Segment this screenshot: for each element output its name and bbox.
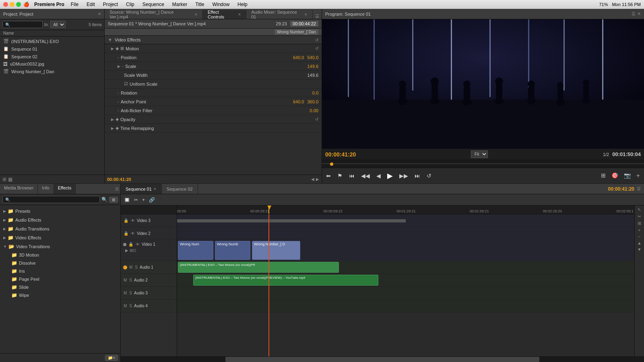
menu-sequence[interactable]: Sequence <box>141 2 166 7</box>
track-v3-content[interactable] <box>177 214 634 227</box>
tl-zoom-tool[interactable]: ⊞ <box>638 221 641 226</box>
position-x[interactable]: 640.0 <box>293 55 304 60</box>
mc-step-back2[interactable]: ◀ <box>375 172 382 180</box>
video-effects-header[interactable]: ▼ Video Effects ↺ <box>105 36 322 44</box>
source-tab-close[interactable]: ✕ <box>194 12 198 16</box>
timeline-tab-seq02[interactable]: Sequence 02 <box>162 184 198 194</box>
a4-solo[interactable]: S <box>129 303 132 309</box>
ec-tab-close[interactable]: ✕ <box>238 12 241 16</box>
mc-step-fwd[interactable]: ▶▶ <box>398 172 410 180</box>
panel-bottom-icon[interactable]: ⊞ <box>2 177 6 182</box>
maximize-btn[interactable] <box>16 2 21 7</box>
mc-add[interactable]: + <box>635 171 642 180</box>
project-item[interactable]: 🎬 (INSTRUMENTAL) EXO <box>0 37 104 45</box>
scale-value[interactable]: 149.6 <box>307 64 318 69</box>
mc-play-btn[interactable]: ▶ <box>386 171 394 181</box>
tl-link-btn[interactable]: 🔗 <box>148 196 156 204</box>
apple-menu[interactable]: 🍎 <box>23 2 29 7</box>
effects-tab[interactable]: Effects <box>54 184 76 194</box>
anchor-point-row[interactable]: ◦ Anchor Point 640.0 360.0 <box>105 97 322 106</box>
project-item[interactable]: 📋 Sequence 02 <box>0 53 104 60</box>
rotation-row[interactable]: ◦ Rotation 0.0 <box>105 88 322 97</box>
ec-reset-icon[interactable]: ↺ <box>315 38 318 42</box>
ec-scroll-left[interactable]: ◀ <box>311 177 314 181</box>
tl-select-tool[interactable]: ↖ <box>638 207 641 212</box>
mc-next-frame[interactable]: ⏭ <box>413 172 422 180</box>
tl-add-clip-btn[interactable]: + <box>141 196 146 204</box>
in-select[interactable]: All <box>50 21 66 28</box>
a3-mute[interactable]: M <box>123 290 127 296</box>
menu-window[interactable]: Window <box>211 2 231 7</box>
presets-category[interactable]: ▶ 📁 Presets <box>0 207 120 216</box>
project-panel-close[interactable]: ✕ <box>98 12 101 16</box>
media-browser-tab[interactable]: Media Browser <box>0 184 38 194</box>
a4-mute[interactable]: M <box>123 303 127 309</box>
menu-marker[interactable]: Marker <box>171 2 189 7</box>
wipe-item[interactable]: 📁 Wipe <box>0 291 120 299</box>
track-a1-content[interactable]: (INSTRUMENTAL) EXO – Two Moons (no vocal… <box>177 261 634 274</box>
audio-transitions-category[interactable]: ▶ 📁 Audio Transitions <box>0 224 120 233</box>
monitor-menu-btn[interactable]: ☰ <box>632 11 636 16</box>
menu-file[interactable]: File <box>69 2 80 7</box>
source-tab[interactable]: Source: Wrong Number_[ Dance Ver.].mp4 ✕ <box>105 10 203 19</box>
anchor-x[interactable]: 640.0 <box>293 99 304 104</box>
tl-zoom-in[interactable]: + <box>638 228 640 232</box>
iris-item[interactable]: 📁 Iris <box>0 267 120 275</box>
timeline-tab-seq01[interactable]: Sequence 01 ✕ <box>121 184 162 194</box>
motion-expand[interactable]: ▶ <box>111 47 114 51</box>
effects-panel-menu[interactable]: ☰ <box>115 187 119 191</box>
dissolve-item[interactable]: 📁 Dissolve <box>0 259 120 267</box>
video-transitions-category[interactable]: ▼ 📂 Video Transitions 📁 3D Motion 📁 Diss… <box>0 242 120 299</box>
mc-safe-margins[interactable]: ⊞ <box>599 171 607 180</box>
clip-wrong-num-2[interactable]: Wrong Numb <box>215 241 250 260</box>
a2-solo[interactable]: S <box>129 278 132 283</box>
track-v2-content[interactable] <box>177 227 634 240</box>
audio-mixer-tab[interactable]: Audio Mixer: Sequence 01 ✕ <box>246 10 313 19</box>
track-a2-content[interactable]: (INSTRUMENTAL) EXO – Two Moons (no vocal… <box>177 274 634 287</box>
menu-project[interactable]: Project <box>101 2 120 7</box>
mc-in-btn[interactable]: ⬅ <box>324 172 332 180</box>
mc-prev-frame[interactable]: ◀◀ <box>359 172 372 180</box>
timeline-scrollbar[interactable] <box>121 356 644 362</box>
v3-lock[interactable]: 🔒 <box>123 218 129 223</box>
new-bin-btn[interactable]: ⊞ <box>109 197 118 203</box>
new-bin-bottom-btn[interactable]: 📁+ <box>105 355 118 361</box>
track-a3-content[interactable] <box>177 287 634 300</box>
audio-effects-category[interactable]: ▶ 📁 Audio Effects <box>0 216 120 224</box>
panel-bottom-icon2[interactable]: ▦ <box>8 177 12 182</box>
motion-reset[interactable]: ↺ <box>315 46 318 51</box>
rotation-value[interactable]: 0.0 <box>312 90 318 95</box>
monitor-progress-bar[interactable] <box>322 160 644 168</box>
v2-lock[interactable]: 🔒 <box>123 231 129 236</box>
tl-zoom-out[interactable]: − <box>638 234 640 239</box>
project-search-input[interactable] <box>2 21 43 28</box>
a2-mute[interactable]: M <box>123 278 127 283</box>
scrollbar-thumb[interactable] <box>225 357 539 362</box>
time-remapping-row[interactable]: ▶ ◈ Time Remapping <box>105 124 322 133</box>
track-a4-content[interactable] <box>177 300 634 313</box>
mc-out-btn[interactable]: ⚑ <box>336 172 344 180</box>
scale-expand[interactable]: ▶ <box>118 64 120 68</box>
effects-search-icon[interactable]: 🔍 <box>101 197 107 202</box>
mc-output[interactable]: 🎯 <box>610 171 620 180</box>
a1-mute[interactable]: M <box>129 265 133 270</box>
anti-flicker-row[interactable]: ◦ Anti-flicker Filter 0.00 <box>105 106 322 115</box>
tl-razor-btn[interactable]: ✂ <box>133 196 139 204</box>
mc-step-back[interactable]: ⏮ <box>347 172 356 180</box>
clip-wrong-num-1[interactable]: Wrong Num <box>178 241 213 260</box>
clip-wrong-num-3[interactable]: Wrong Number_[ D <box>252 241 300 260</box>
close-btn[interactable] <box>3 2 8 7</box>
minimize-btn[interactable] <box>10 2 14 7</box>
a1-solo[interactable]: S <box>134 265 138 270</box>
slide-item[interactable]: 📁 Slide <box>0 283 120 291</box>
v1-expand[interactable]: ▶ <box>125 248 129 253</box>
tl-scroll-up[interactable]: ▲ <box>637 241 642 245</box>
time-remapping-expand[interactable]: ▶ <box>111 126 114 130</box>
uniform-scale-checkbox[interactable]: ☑ <box>124 81 128 86</box>
v1-lock[interactable]: 🔒 <box>128 242 134 247</box>
monitor-close[interactable]: ✕ <box>637 11 641 16</box>
position-y[interactable]: 540.0 <box>307 55 318 60</box>
timeline-panel-menu[interactable]: ☰ <box>637 186 641 191</box>
menu-edit[interactable]: Edit <box>85 2 97 7</box>
menu-title[interactable]: Title <box>194 2 206 7</box>
